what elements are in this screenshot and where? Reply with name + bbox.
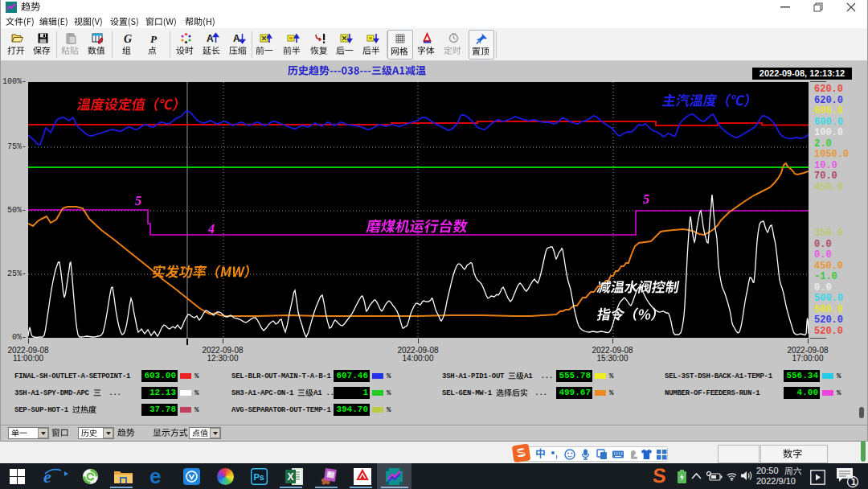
svg-text:X: X [288, 471, 294, 483]
svg-text:Ps: Ps [254, 472, 264, 482]
svg-text:A: A [207, 33, 214, 44]
svg-text:e: e [43, 466, 51, 486]
svg-text:1: 1 [851, 477, 856, 487]
svg-text:A: A [233, 33, 240, 44]
